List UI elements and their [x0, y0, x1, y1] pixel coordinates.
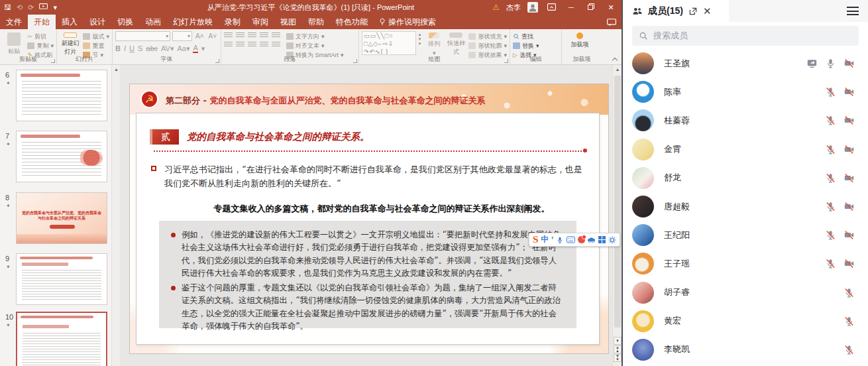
shadow-button[interactable]: S: [138, 44, 142, 52]
member-row[interactable]: 胡子睿: [623, 278, 868, 307]
camera-off-icon[interactable]: [843, 58, 855, 69]
ribbon-display-options-icon[interactable]: [545, 3, 558, 12]
skin-center-icon[interactable]: [578, 236, 585, 243]
increase-indent-icon[interactable]: [260, 32, 268, 38]
close-button[interactable]: ✕: [604, 3, 618, 12]
mic-muted-icon[interactable]: [825, 86, 836, 97]
tab-animations[interactable]: 动画: [139, 15, 167, 29]
member-row[interactable]: 王子瑶: [623, 249, 868, 278]
member-row[interactable]: 王纪阳: [623, 221, 868, 249]
font-name-box[interactable]: ▾: [115, 31, 170, 41]
underline-button[interactable]: U: [129, 44, 135, 52]
font-dialog-launcher[interactable]: [215, 59, 219, 63]
sogou-logo-icon[interactable]: S: [533, 235, 539, 245]
cut-button[interactable]: ✂剪切: [27, 32, 54, 40]
find-button[interactable]: 查找: [513, 32, 539, 40]
mic-muted-icon[interactable]: [825, 172, 836, 184]
member-row[interactable]: 金霄: [623, 135, 868, 164]
shape-outline-button[interactable]: 形状轮廓 ▾: [468, 42, 507, 50]
comments-icon[interactable]: [607, 17, 616, 29]
quick-styles-button[interactable]: 快速样式: [445, 31, 466, 56]
grow-font-icon[interactable]: A˄: [194, 32, 205, 40]
member-search-input[interactable]: 搜索成员: [632, 26, 859, 46]
align-right-icon[interactable]: [248, 42, 256, 48]
minimize-button[interactable]: ─: [565, 3, 578, 11]
shapes-more[interactable]: ▼: [418, 42, 423, 46]
line-spacing-icon[interactable]: [272, 32, 280, 38]
shape-fill-button[interactable]: 形状填充 ▾: [468, 32, 507, 40]
scroll-down-arrow[interactable]: ▼: [614, 337, 622, 345]
mic-muted-icon[interactable]: [825, 144, 836, 155]
mic-muted-icon[interactable]: [825, 201, 836, 212]
member-row[interactable]: 舒龙: [623, 164, 868, 192]
member-row[interactable]: 桂蓁蓉: [623, 106, 868, 135]
strikethrough-button[interactable]: abc: [146, 44, 158, 52]
mic-muted-icon[interactable]: [843, 316, 855, 327]
drawing-dialog-launcher[interactable]: [504, 59, 508, 63]
members-tab[interactable]: 成员(15) ✕: [623, 0, 729, 22]
mic-muted-icon[interactable]: [825, 258, 836, 269]
shapes-scroll-up[interactable]: ▲: [418, 32, 423, 36]
ime-toolbar[interactable]: S 中 ’: [529, 233, 620, 247]
punctuation-icon[interactable]: ’: [551, 235, 553, 245]
menu-hamburger-icon[interactable]: [847, 7, 859, 15]
tab-insert[interactable]: 插入: [56, 15, 83, 29]
tab-transitions[interactable]: 切换: [111, 15, 139, 29]
tab-help[interactable]: 帮助: [302, 15, 330, 29]
reset-button[interactable]: 重置: [83, 42, 109, 50]
chinese-mode-icon[interactable]: 中: [541, 234, 549, 245]
camera-off-icon[interactable]: [843, 172, 855, 184]
text-direction-button[interactable]: 文字方向 ▾: [286, 32, 344, 40]
paste-button[interactable]: 粘贴: [3, 31, 25, 56]
align-text-button[interactable]: 对齐文本 ▾: [286, 42, 344, 50]
mic-muted-icon[interactable]: [843, 344, 855, 355]
char-spacing-button[interactable]: AV▾: [161, 44, 174, 53]
user-avatar[interactable]: [527, 2, 538, 13]
scroll-up-arrow[interactable]: ▲: [613, 65, 622, 74]
member-row[interactable]: 王圣旗: [623, 49, 868, 78]
camera-off-icon[interactable]: [843, 258, 855, 269]
tab-view[interactable]: 视图: [274, 15, 302, 29]
tab-file[interactable]: 文件: [0, 15, 28, 29]
replace-button[interactable]: 替换 ▾: [513, 42, 539, 50]
italic-button[interactable]: I: [124, 44, 126, 52]
copy-button[interactable]: 复制 ▾: [27, 42, 54, 50]
paragraph-dialog-launcher[interactable]: [353, 59, 357, 63]
numbering-icon[interactable]: [236, 32, 244, 38]
tab-slideshow[interactable]: 幻灯片放映: [167, 15, 219, 29]
restore-button[interactable]: [584, 3, 598, 11]
camera-off-icon[interactable]: [843, 229, 855, 241]
font-color-button[interactable]: A: [193, 44, 197, 53]
member-row[interactable]: 李晓凯: [623, 336, 868, 364]
thumbnail-scrollbar[interactable]: ▲: [111, 65, 120, 366]
tab-record[interactable]: 录制: [219, 15, 246, 29]
mic-muted-icon[interactable]: [825, 229, 836, 241]
font-size-box[interactable]: ▾: [172, 31, 192, 41]
decrease-indent-icon[interactable]: [248, 32, 256, 38]
tab-review[interactable]: 审阅: [246, 15, 274, 29]
camera-off-icon[interactable]: [843, 115, 855, 126]
shapes-scroll-down[interactable]: ▼: [418, 37, 423, 41]
justify-icon[interactable]: [260, 42, 268, 48]
ime-settings-gear-icon[interactable]: [608, 236, 616, 244]
mic-on-icon[interactable]: [825, 58, 836, 69]
camera-off-icon[interactable]: [843, 86, 855, 97]
tell-me-search[interactable]: 操作说明搜索: [374, 15, 441, 29]
popout-icon[interactable]: [688, 7, 698, 16]
collapse-ribbon-icon[interactable]: [612, 56, 618, 62]
tab-home[interactable]: 开始: [28, 15, 56, 29]
columns-icon[interactable]: [272, 42, 280, 48]
align-left-icon[interactable]: [224, 42, 233, 48]
slide-canvas[interactable]: ☭ 第二部分 - 党的自我革命与全面从严治党、党的自我革命与社会革命之间的辩证关…: [130, 84, 608, 353]
tab-design[interactable]: 设计: [83, 15, 111, 29]
soft-keyboard-icon[interactable]: [567, 236, 575, 243]
mic-muted-icon[interactable]: [843, 287, 855, 298]
close-panel-icon[interactable]: ✕: [703, 5, 712, 17]
camera-off-icon[interactable]: [843, 144, 855, 155]
camera-off-icon[interactable]: [843, 201, 855, 212]
new-slide-button[interactable]: 新建幻灯片: [60, 31, 81, 56]
member-row[interactable]: 黄宏: [623, 307, 868, 336]
mic-muted-icon[interactable]: [825, 115, 836, 126]
tab-special-features[interactable]: 特色功能: [330, 15, 374, 29]
shrink-font-icon[interactable]: A˅: [207, 32, 218, 40]
